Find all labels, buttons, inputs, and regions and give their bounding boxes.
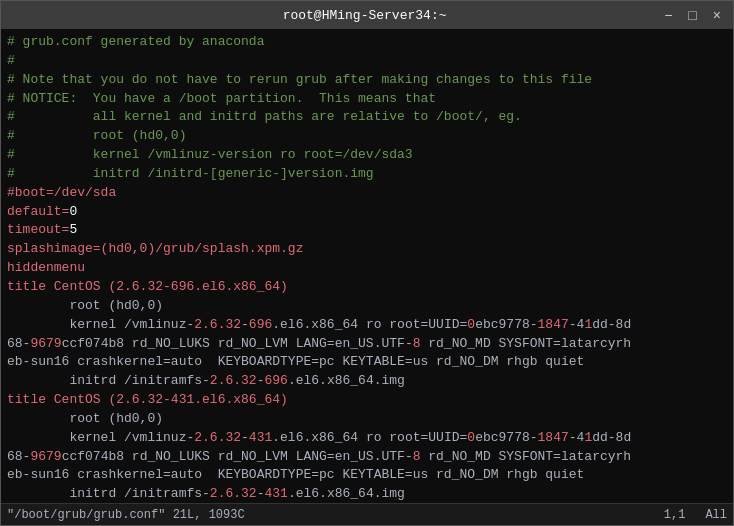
statusbar: "/boot/grub/grub.conf" 21L, 1093C 1,1 Al… (1, 503, 733, 525)
terminal-window: root@HMing-Server34:~ − □ × # grub.conf … (0, 0, 734, 526)
terminal-body[interactable]: # grub.conf generated by anaconda # # No… (1, 29, 733, 503)
titlebar-title: root@HMing-Server34:~ (69, 8, 660, 23)
minimize-button[interactable]: − (660, 8, 676, 22)
titlebar-buttons[interactable]: − □ × (660, 8, 725, 22)
close-button[interactable]: × (709, 8, 725, 22)
titlebar: root@HMing-Server34:~ − □ × (1, 1, 733, 29)
statusbar-filename: "/boot/grub/grub.conf" 21L, 1093C (7, 508, 245, 522)
maximize-button[interactable]: □ (684, 8, 700, 22)
statusbar-scroll: All (705, 508, 727, 522)
statusbar-info: 1,1 All (664, 508, 727, 522)
statusbar-position: 1,1 (664, 508, 686, 522)
terminal-text: # grub.conf generated by anaconda # # No… (7, 33, 727, 503)
